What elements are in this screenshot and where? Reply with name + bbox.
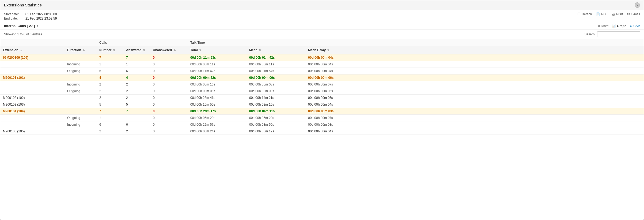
cell-answered: 4 <box>123 74 150 81</box>
gh-mean <box>247 39 305 46</box>
cell-number: 6 <box>97 68 123 74</box>
section-title-text: Internal Calls [ 27 ] <box>4 24 35 28</box>
main-window: Extensions Statistics × Start date: 01 F… <box>0 0 644 220</box>
cell-number: 7 <box>97 108 123 115</box>
cell-number: 2 <box>97 81 123 88</box>
cell-answered: 6 <box>123 121 150 128</box>
cell-mean: 00d 00h 14m 21s <box>247 95 305 101</box>
cell-mean: 00d 00h 03m 50s <box>247 121 305 128</box>
col-mean[interactable]: Mean ⇅ <box>247 46 305 54</box>
gh-calls-start: Calls <box>97 39 123 46</box>
email-button[interactable]: ✉ E-mail <box>627 12 640 16</box>
table-row: Outgoing66000d 00h 11m 42s00d 00h 01m 57… <box>0 68 644 74</box>
cell-direction <box>65 108 97 115</box>
cell-mean: 00d 00h 00m 08s <box>247 81 305 88</box>
sort-icon-ans: ⇅ <box>143 49 145 52</box>
cell-number: 2 <box>97 128 123 135</box>
table-row: 96M200109 (109)77000d 00h 11m 53s00d 00h… <box>0 54 644 61</box>
cell-answered: 7 <box>123 54 150 61</box>
cell-answered: 1 <box>123 115 150 121</box>
window-title: Extensions Statistics <box>4 3 42 7</box>
cell-mean-delay: 00d 00h 00m 03s <box>305 121 644 128</box>
cell-direction <box>65 54 97 61</box>
cell-number: 4 <box>97 74 123 81</box>
cell-number: 2 <box>97 88 123 95</box>
cell-extension <box>0 61 65 68</box>
start-date-label: Start date: <box>4 12 25 16</box>
cell-mean: 00d 00h 04m 11s <box>247 108 305 115</box>
more-button[interactable]: ⇵ More <box>598 24 609 28</box>
showing-text: Showing 1 to 6 of 6 entries <box>4 32 42 36</box>
cell-answered: 7 <box>123 108 150 115</box>
end-date-label: End date: <box>4 17 25 20</box>
meta-bar: Start date: 01 Feb 2022 00:00:00 End dat… <box>0 10 644 22</box>
sort-icon-unans: ⇅ <box>173 49 176 52</box>
cell-extension <box>0 115 65 121</box>
cell-direction: Outgoing <box>65 88 97 95</box>
cell-unanswered: 0 <box>150 81 188 88</box>
cell-unanswered: 0 <box>150 115 188 121</box>
cell-mean: 00d 00h 00m 06s <box>247 74 305 81</box>
col-unanswered[interactable]: Unanswered ⇅ <box>150 46 188 54</box>
col-mean-delay[interactable]: Mean Delay ⇅ <box>305 46 644 54</box>
col-answered[interactable]: Answered ⇅ <box>123 46 150 54</box>
col-header-row: Extension ▲ Direction ⇅ Number ⇅ Answere… <box>0 46 644 54</box>
cell-answered: 6 <box>123 68 150 74</box>
cell-direction <box>65 74 97 81</box>
date-info: Start date: 01 Feb 2022 00:00:00 End dat… <box>4 12 57 20</box>
search-area: Search: <box>585 31 640 37</box>
cell-unanswered: 0 <box>150 54 188 61</box>
cell-total: 00d 00h 00m 24s <box>188 128 247 135</box>
sort-icon-mean: ⇅ <box>259 49 261 52</box>
cell-mean: 00d 00h 01m 57s <box>247 68 305 74</box>
graph-button[interactable]: 📊 Graph <box>612 24 626 28</box>
col-total[interactable]: Total ⇅ <box>188 46 247 54</box>
table-body: 96M200109 (109)77000d 00h 11m 53s00d 00h… <box>0 54 644 135</box>
cell-total: 00d 00h 11m 53s <box>188 54 247 61</box>
cell-total: 00d 00h 00m 22s <box>188 74 247 81</box>
detach-button[interactable]: ❐ Detach <box>578 12 592 16</box>
cell-direction <box>65 101 97 108</box>
col-direction[interactable]: Direction ⇅ <box>65 46 97 54</box>
cell-extension <box>0 68 65 74</box>
cell-answered: 2 <box>123 81 150 88</box>
cell-total: 00d 00h 00m 16s <box>188 81 247 88</box>
pdf-button[interactable]: 📄 PDF <box>596 12 608 16</box>
sort-icon: ⇵ <box>598 24 600 28</box>
table-row: M200105 (105)22000d 00h 00m 24s00d 00h 0… <box>0 128 644 135</box>
cell-extension: M200104 (104) <box>0 108 65 115</box>
table-row: Outgoing22000d 00h 00m 06s00d 00h 00m 03… <box>0 88 644 95</box>
print-button[interactable]: 🖨 Print <box>612 12 623 16</box>
search-input[interactable] <box>597 31 640 37</box>
pdf-label: PDF <box>601 12 608 16</box>
sort-asc-icon: ▲ <box>20 49 22 52</box>
graph-label: Graph <box>617 24 626 28</box>
cell-extension <box>0 88 65 95</box>
cell-unanswered: 0 <box>150 88 188 95</box>
sort-icon-meandel: ⇅ <box>327 49 329 52</box>
table-row: M200103 (103)55000d 00h 15m 50s00d 00h 0… <box>0 101 644 108</box>
csv-button[interactable]: ⬇ CSV <box>630 24 640 28</box>
cell-direction <box>65 128 97 135</box>
cell-direction: Outgoing <box>65 115 97 121</box>
detach-label: Detach <box>582 12 592 16</box>
gh-extension <box>0 39 65 46</box>
cell-unanswered: 0 <box>150 101 188 108</box>
cell-total: 00d 00h 22m 57s <box>188 121 247 128</box>
section-title: Internal Calls [ 27 ] ▾ <box>4 24 38 28</box>
detach-icon: ❐ <box>578 12 581 16</box>
cell-unanswered: 0 <box>150 61 188 68</box>
cell-number: 1 <box>97 61 123 68</box>
gh-unanswered <box>150 39 188 46</box>
cell-mean-delay: 00d 00h 00m 04s <box>305 128 644 135</box>
col-number[interactable]: Number ⇅ <box>97 46 123 54</box>
col-extension[interactable]: Extension ▲ <box>0 46 65 54</box>
email-icon: ✉ <box>627 12 630 16</box>
cell-mean: 00d 00h 00m 03s <box>247 88 305 95</box>
table-row: Incoming11000d 00h 00m 11s00d 00h 00m 11… <box>0 61 644 68</box>
cell-extension: M200101 (101) <box>0 74 65 81</box>
title-bar: Extensions Statistics × <box>0 0 644 10</box>
close-button[interactable]: × <box>635 2 640 8</box>
cell-total: 00d 00h 29m 17s <box>188 108 247 115</box>
table-row: M200102 (102)22000d 00h 28m 41s00d 00h 1… <box>0 95 644 101</box>
